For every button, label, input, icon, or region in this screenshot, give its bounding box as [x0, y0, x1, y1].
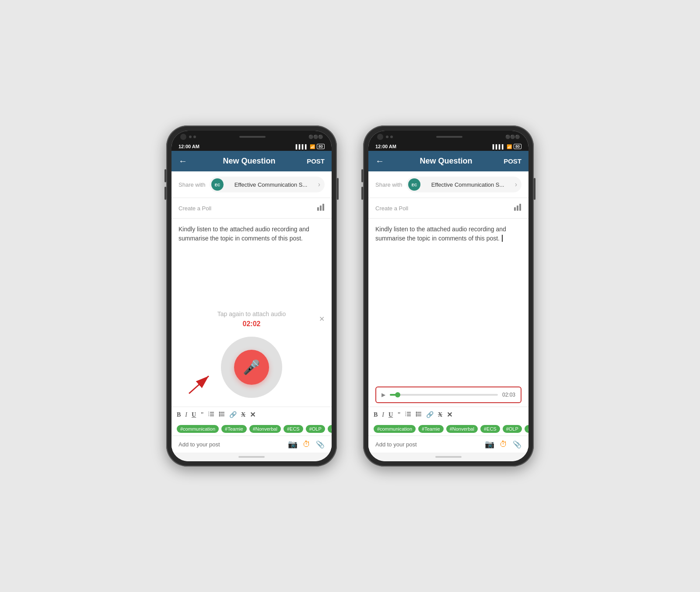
right-italic-btn[interactable]: I — [382, 411, 384, 418]
left-notch: ⚫⚫⚫ — [172, 131, 332, 143]
left-body-text: Kindly listen to the attached audio reco… — [178, 225, 325, 243]
right-text-input[interactable]: Kindly listen to the attached audio reco… — [368, 219, 528, 307]
power-btn[interactable] — [337, 178, 339, 200]
left-add-post-icons: 📷 ⏱ 📎 — [288, 439, 325, 449]
right-speaker-dot — [386, 136, 388, 138]
left-bold-btn[interactable]: B — [177, 411, 181, 418]
right-wifi-icon: 📶 — [507, 144, 512, 149]
left-hashtag-totd[interactable]: #TOTD — [328, 425, 332, 433]
svg-point-33 — [416, 411, 417, 413]
right-share-group-button[interactable]: EC Effective Communication S... › — [406, 177, 522, 192]
svg-rect-3 — [320, 205, 322, 211]
left-mic-button[interactable]: 🎤 — [234, 350, 269, 385]
svg-text:3: 3 — [405, 414, 406, 417]
left-add-post-label: Add to your post — [178, 441, 220, 448]
notch-speaker-bar — [239, 136, 266, 138]
right-audio-player: ▶ 02:03 — [375, 387, 522, 403]
right-hashtag-ecs[interactable]: #ECS — [480, 425, 500, 433]
left-group-name: Effective Communication S... — [226, 181, 315, 188]
right-back-button[interactable]: ← — [375, 156, 388, 166]
right-bold-btn[interactable]: B — [374, 411, 378, 418]
right-ordered-list-btn[interactable]: 123 — [405, 411, 411, 419]
left-header-title: New Question — [192, 157, 307, 166]
right-unordered-list-btn[interactable] — [416, 411, 422, 419]
left-strikethrough-btn[interactable]: X — [241, 411, 245, 418]
left-signal-icon: ▌▌▌▌ — [296, 144, 308, 149]
left-text-input[interactable]: Kindly listen to the attached audio reco… — [172, 219, 332, 271]
left-clear-btn[interactable]: ✕ — [250, 411, 256, 419]
volume-down-btn[interactable] — [164, 187, 166, 200]
right-underline-btn[interactable]: U — [388, 411, 393, 418]
right-hashtag-communication[interactable]: #communication — [374, 425, 416, 433]
right-post-button[interactable]: POST — [504, 157, 522, 165]
right-add-post-label: Add to your post — [375, 441, 417, 448]
left-unordered-list-btn[interactable] — [219, 411, 225, 419]
svg-rect-22 — [517, 205, 518, 211]
right-link-btn[interactable]: 🔗 — [426, 411, 434, 418]
right-hashtag-olp[interactable]: #OLP — [503, 425, 522, 433]
right-poll-row[interactable]: Create a Poll — [368, 198, 528, 219]
notch-right-icons: ⚫⚫⚫ — [308, 135, 323, 139]
left-share-group-button[interactable]: EC Effective Communication S... › — [210, 177, 325, 192]
right-hashtag-nonverbal[interactable]: #Nonverbal — [446, 425, 478, 433]
right-phone-screen: ⚫⚫⚫ 12:00 AM ▌▌▌▌ 📶 80 ← New Question PO… — [368, 131, 528, 461]
right-speaker-area — [386, 136, 393, 138]
left-ordered-list-btn[interactable]: 123 — [208, 411, 214, 419]
left-camera-icon[interactable]: 📷 — [288, 439, 298, 449]
left-battery: 80 — [317, 144, 325, 149]
right-play-button[interactable]: ▶ — [382, 392, 385, 398]
right-hashtag-totd[interactable]: #TOTD — [525, 425, 528, 433]
svg-point-35 — [416, 415, 417, 416]
svg-text:EC: EC — [215, 183, 220, 187]
left-quote-btn[interactable]: " — [200, 411, 204, 418]
left-hashtag-nonverbal[interactable]: #Nonverbal — [249, 425, 281, 433]
left-wifi-icon: 📶 — [310, 144, 315, 149]
camera-notch — [180, 134, 186, 140]
left-phone-screen: ⚫⚫⚫ 12:00 AM ▌▌▌▌ 📶 80 ← New Question PO… — [172, 131, 332, 461]
right-hashtag-row: #communication #Teamie #Nonverbal #ECS #… — [368, 422, 528, 435]
right-notch-speaker-bar — [436, 136, 462, 138]
svg-text:3: 3 — [208, 414, 209, 417]
right-volume-down-btn[interactable] — [361, 187, 363, 200]
right-timer-icon[interactable]: ⏱ — [500, 440, 508, 449]
right-power-btn[interactable] — [534, 178, 536, 200]
right-audio-scrubber[interactable] — [395, 392, 400, 397]
left-link-btn[interactable]: 🔗 — [229, 411, 237, 418]
right-quote-btn[interactable]: " — [397, 411, 401, 418]
right-hashtag-teamie[interactable]: #Teamie — [418, 425, 444, 433]
speaker-dot2 — [193, 136, 196, 138]
svg-point-18 — [219, 415, 220, 416]
left-status-bar: 12:00 AM ▌▌▌▌ 📶 80 — [172, 143, 332, 151]
volume-up-btn[interactable] — [164, 169, 166, 182]
left-poll-icon — [317, 203, 325, 213]
left-hashtag-olp[interactable]: #OLP — [306, 425, 325, 433]
left-hashtag-communication[interactable]: #communication — [177, 425, 219, 433]
right-header-title: New Question — [388, 157, 504, 166]
left-chevron-icon: › — [318, 181, 320, 188]
left-close-recording[interactable]: ✕ — [319, 315, 325, 323]
left-italic-btn[interactable]: I — [185, 411, 187, 418]
left-time: 12:00 AM — [178, 144, 200, 149]
left-format-toolbar: B I U " 123 🔗 X ✕ — [172, 407, 332, 422]
left-hashtag-ecs[interactable]: #ECS — [284, 425, 303, 433]
right-volume-up-btn[interactable] — [361, 169, 363, 182]
phones-container: ⚫⚫⚫ 12:00 AM ▌▌▌▌ 📶 80 ← New Question PO… — [166, 125, 534, 467]
right-clear-btn[interactable]: ✕ — [447, 411, 452, 419]
right-strikethrough-btn[interactable]: X — [438, 411, 442, 418]
left-underline-btn[interactable]: U — [192, 411, 196, 418]
left-recording-ripple: 🎤 — [221, 337, 282, 398]
left-post-button[interactable]: POST — [307, 157, 325, 165]
svg-line-6 — [189, 376, 209, 394]
right-camera-icon[interactable]: 📷 — [485, 439, 494, 449]
right-audio-track[interactable] — [390, 394, 498, 396]
left-back-button[interactable]: ← — [178, 156, 192, 166]
arrow-annotation — [185, 363, 220, 398]
right-status-icons: ▌▌▌▌ 📶 80 — [493, 144, 522, 149]
left-timer-icon[interactable]: ⏱ — [303, 440, 311, 449]
right-attach-icon[interactable]: 📎 — [513, 440, 522, 449]
left-poll-row[interactable]: Create a Poll — [172, 198, 332, 219]
left-attach-icon[interactable]: 📎 — [316, 440, 325, 449]
left-home-indicator — [172, 453, 332, 461]
left-hashtag-teamie[interactable]: #Teamie — [221, 425, 247, 433]
svg-text:EC: EC — [412, 183, 417, 187]
